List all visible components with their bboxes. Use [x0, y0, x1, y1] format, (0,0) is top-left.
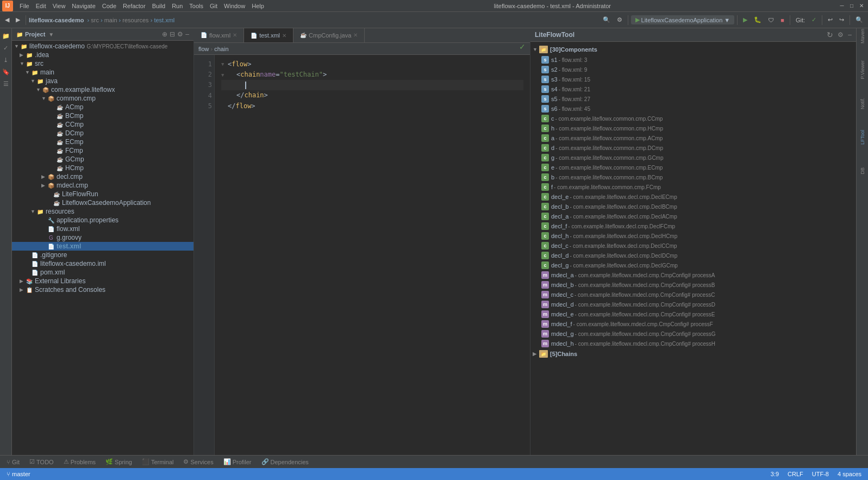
- tree-iml[interactable]: 📄 liteflowx-casedemo.iml: [12, 259, 193, 268]
- rt-item-decl-h[interactable]: c decl_h - com.example.liteflowx.decl.cm…: [530, 231, 856, 241]
- status-line-sep[interactable]: CRLF: [785, 471, 805, 477]
- tree-acmp[interactable]: ☕ ACmp: [12, 103, 193, 111]
- pawviewer-icon[interactable]: P.Viewer: [857, 64, 868, 75]
- menu-navigate[interactable]: Navigate: [68, 0, 98, 12]
- tab-problems[interactable]: ⚠ Problems: [59, 457, 100, 466]
- tab-cmpconfig[interactable]: ☕ CmpConfig.java ✕: [294, 28, 365, 42]
- rt-item-s6[interactable]: s s6 - flow.xml: 45: [530, 104, 856, 114]
- tree-test-xml[interactable]: 📄 test.xml: [12, 242, 193, 251]
- status-line-col[interactable]: 3:9: [769, 471, 781, 477]
- rt-item-s3[interactable]: s s3 - flow.xml: 15: [530, 74, 856, 84]
- tree-app-props[interactable]: 🔧 application.properties: [12, 216, 193, 225]
- rt-item-mdecl-a[interactable]: m mdecl_a - com.example.liteflowx.mdecl.…: [530, 270, 856, 280]
- tab-terminal[interactable]: ⬛ Terminal: [138, 457, 178, 466]
- tab-dependencies[interactable]: 🔗 Dependencies: [257, 457, 313, 466]
- code-line-3[interactable]: [221, 80, 523, 90]
- project-panel-add[interactable]: ⊕: [162, 30, 167, 38]
- toolbar-git-check[interactable]: ✓: [809, 15, 819, 24]
- rt-item-decl-b[interactable]: c decl_b - com.example.liteflowx.decl.cm…: [530, 202, 856, 211]
- tree-resources[interactable]: 📁 resources: [12, 207, 193, 216]
- tab-flow-xml[interactable]: 📄 flow.xml ✕: [194, 28, 244, 42]
- rt-item-decl-a[interactable]: c decl_a - com.example.liteflowx.decl.cm…: [530, 211, 856, 221]
- rt-item-mdecl-c[interactable]: m mdecl_c - com.example.liteflowx.mdecl.…: [530, 290, 856, 300]
- menu-file[interactable]: File: [16, 0, 33, 12]
- rt-item-s5[interactable]: s s5 - flow.xml: 27: [530, 94, 856, 104]
- menu-build[interactable]: Build: [149, 0, 168, 12]
- toolbar-settings[interactable]: ⚙: [614, 15, 625, 24]
- tab-profiler[interactable]: 📊 Profiler: [219, 457, 256, 466]
- liteflow-tool-close[interactable]: –: [848, 31, 852, 39]
- tab-git[interactable]: ⑂ Git: [2, 458, 24, 466]
- rt-item-c[interactable]: c c - com.example.liteflowx.common.cmp.C…: [530, 114, 856, 123]
- tree-ccmp[interactable]: ☕ CCmp: [12, 120, 193, 129]
- rt-item-decl-g[interactable]: c decl_g - com.example.liteflowx.decl.cm…: [530, 260, 856, 270]
- tree-common-cmp[interactable]: 📦 common.cmp: [12, 94, 193, 103]
- tree-src[interactable]: 📁 src: [12, 59, 193, 68]
- menu-help[interactable]: Help: [248, 0, 267, 12]
- run-config-selector[interactable]: ▶ LiteflowxCasedemoApplication ▼: [631, 15, 735, 24]
- rt-item-decl-e[interactable]: c decl_e - com.example.liteflowx.decl.cm…: [530, 192, 856, 202]
- liteflow-side-icon[interactable]: LFTool: [857, 132, 868, 142]
- sidebar-commit-icon[interactable]: ✓: [1, 42, 11, 53]
- code-area[interactable]: ▼ <flow> ▼ <chain name="testChain"> </c: [215, 55, 530, 455]
- toolbar-run-btn[interactable]: ▶: [740, 15, 750, 24]
- rt-item-decl-d[interactable]: c decl_d - com.example.liteflowx.decl.cm…: [530, 251, 856, 260]
- win-close[interactable]: ✕: [857, 2, 866, 10]
- rt-item-mdecl-h[interactable]: m mdecl_h - com.example.liteflowx.mdecl.…: [530, 339, 856, 348]
- components-section[interactable]: ▼ 📁 [30]Components: [530, 44, 856, 55]
- tab-todo[interactable]: ☑ TODO: [25, 457, 58, 466]
- chains-section[interactable]: ▶ 📁 [5]Chains: [530, 348, 856, 359]
- status-encoding[interactable]: UTF-8: [810, 471, 831, 477]
- rt-item-mdecl-g[interactable]: m mdecl_g - com.example.liteflowx.mdecl.…: [530, 329, 856, 339]
- tab-flow-xml-close[interactable]: ✕: [233, 32, 237, 38]
- toolbar-git[interactable]: Git:: [793, 16, 808, 24]
- toolbar-coverage-btn[interactable]: 🛡: [765, 16, 777, 24]
- tree-gitignore[interactable]: 📄 .gitignore: [12, 251, 193, 259]
- tree-fcmp[interactable]: ☕ FCmp: [12, 146, 193, 155]
- tree-root[interactable]: 📁 liteflowx-casedemo G:\MYPROJECT\litefl…: [12, 42, 193, 51]
- menu-view[interactable]: View: [49, 0, 69, 12]
- tree-dcmp[interactable]: ☕ DCmp: [12, 129, 193, 138]
- rt-item-mdecl-e[interactable]: m mdecl_e - com.example.liteflowx.mdecl.…: [530, 309, 856, 319]
- tree-decl-cmp[interactable]: 📦 decl.cmp: [12, 172, 193, 181]
- menu-edit[interactable]: Edit: [33, 0, 49, 12]
- tree-flow-xml[interactable]: 📄 flow.xml: [12, 225, 193, 233]
- toolbar-forward[interactable]: ▶: [13, 15, 23, 24]
- tree-idea[interactable]: 📁 .idea: [12, 51, 193, 59]
- fold-btn-1[interactable]: ▼: [221, 60, 228, 68]
- tab-test-xml-close[interactable]: ✕: [282, 33, 286, 39]
- menu-tools[interactable]: Tools: [186, 0, 207, 12]
- rt-item-decl-c[interactable]: c decl_c - com.example.liteflowx.decl.cm…: [530, 241, 856, 251]
- menu-code[interactable]: Code: [99, 0, 120, 12]
- rt-item-mdecl-d[interactable]: m mdecl_d - com.example.liteflowx.mdecl.…: [530, 300, 856, 309]
- rt-item-e[interactable]: c e - com.example.liteflowx.common.cmp.E…: [530, 163, 856, 172]
- toolbar-undo[interactable]: ↩: [825, 15, 835, 24]
- rt-item-h[interactable]: c h - com.example.liteflowx.common.cmp.H…: [530, 123, 856, 133]
- maven-icon[interactable]: Maven: [857, 30, 868, 41]
- tab-cmpconfig-close[interactable]: ✕: [353, 32, 358, 38]
- toolbar-back[interactable]: ◀: [2, 15, 12, 24]
- project-panel-collapse[interactable]: ⊟: [170, 30, 175, 38]
- tab-spring[interactable]: 🌿 Spring: [101, 457, 136, 466]
- tree-hcmp[interactable]: ☕ HCmp: [12, 164, 193, 172]
- sidebar-project-icon[interactable]: 📁: [1, 30, 11, 41]
- tree-scratches[interactable]: 📋 Scratches and Consoles: [12, 285, 193, 294]
- status-git-branch[interactable]: ⑂ master: [4, 471, 33, 477]
- tree-pom[interactable]: 📄 pom.xml: [12, 268, 193, 277]
- rt-item-s4[interactable]: s s4 - flow.xml: 21: [530, 84, 856, 94]
- tree-groovy[interactable]: G g.groovy: [12, 233, 193, 242]
- rt-item-a[interactable]: c a - com.example.liteflowx.common.cmp.A…: [530, 133, 856, 143]
- tree-package-root[interactable]: 📦 com.example.liteflowx: [12, 85, 193, 94]
- win-maximize[interactable]: □: [847, 2, 856, 10]
- rt-item-s1[interactable]: s s1 - flow.xml: 3: [530, 55, 856, 65]
- sidebar-pullreq-icon[interactable]: ⤓: [1, 54, 11, 65]
- database-icon[interactable]: DB: [857, 165, 868, 176]
- liteflow-tool-settings[interactable]: ⚙: [838, 31, 844, 39]
- fold-btn-2[interactable]: ▼: [221, 71, 228, 79]
- status-indent[interactable]: 4 spaces: [835, 471, 864, 477]
- menu-run[interactable]: Run: [168, 0, 186, 12]
- tree-bcmp[interactable]: ☕ BCmp: [12, 111, 193, 120]
- sidebar-bookmarks-icon[interactable]: 🔖: [1, 66, 11, 77]
- rt-item-g[interactable]: c g - com.example.liteflowx.common.cmp.G…: [530, 153, 856, 163]
- project-panel-close[interactable]: –: [185, 30, 189, 38]
